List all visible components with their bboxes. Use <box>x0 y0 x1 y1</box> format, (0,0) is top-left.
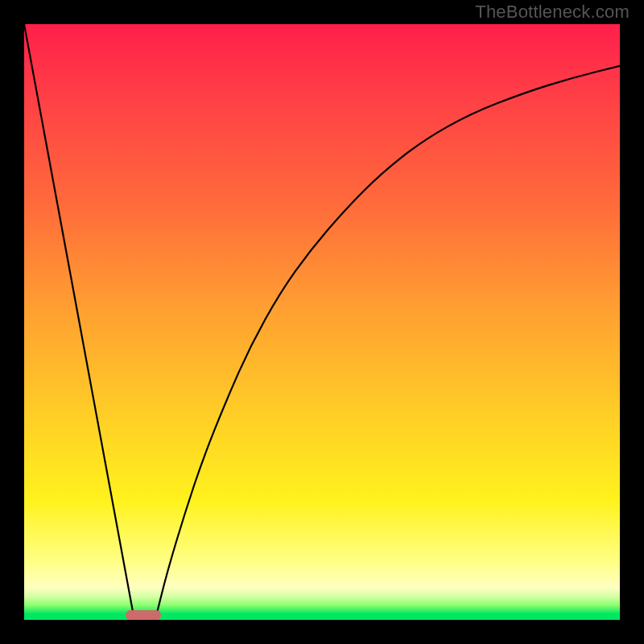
optimal-marker <box>126 610 161 620</box>
bottleneck-curve <box>24 24 620 620</box>
curve-path <box>24 24 620 620</box>
watermark-text: TheBottleneck.com <box>475 2 630 23</box>
chart-frame: TheBottleneck.com <box>0 0 644 644</box>
plot-area <box>24 24 620 620</box>
